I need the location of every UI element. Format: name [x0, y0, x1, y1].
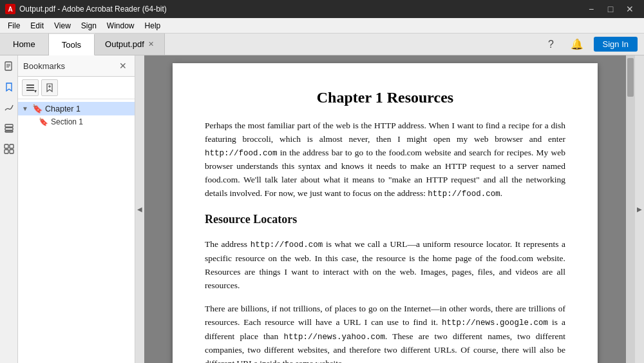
chapter1-label: Chapter 1: [45, 104, 80, 113]
tab-file-close[interactable]: ✕: [148, 40, 154, 48]
bookmarks-add-button[interactable]: [41, 79, 58, 96]
tab-tools[interactable]: Tools: [49, 34, 95, 55]
sidebar-icons: [0, 55, 18, 363]
minimize-button[interactable]: −: [582, 0, 600, 18]
sidebar-more-button[interactable]: [1, 141, 17, 157]
close-button[interactable]: ✕: [621, 0, 639, 18]
sidebar-bookmarks-button[interactable]: [1, 79, 17, 95]
title-bar-text: Output.pdf - Adobe Acrobat Reader (64-bi…: [19, 5, 582, 14]
svg-rect-12: [26, 87, 34, 88]
para1-text1: Perhaps the most familiar part of the we…: [205, 121, 565, 144]
para1-url2: http://food.com: [428, 190, 500, 199]
bookmarks-list: ▼ 🔖 Chapter 1 🔖 Section 1: [18, 99, 135, 363]
section1-icon: 🔖: [39, 117, 48, 126]
svg-rect-6: [5, 131, 13, 132]
maximize-button[interactable]: □: [601, 0, 620, 18]
chapter-title: Chapter 1 Resources: [205, 89, 565, 106]
section1-label: Section 1: [51, 117, 83, 126]
tab-file-label: Output.pdf: [105, 39, 144, 49]
para1-url1: http://food.com: [205, 149, 278, 158]
sidebar-pages-button[interactable]: [1, 58, 17, 75]
chapter1-chevron: ▼: [22, 105, 31, 112]
paragraph-3: There are billions, if not trillions, of…: [205, 302, 565, 363]
collapse-left-button[interactable]: ◀: [135, 55, 144, 363]
scrollbar-thumb[interactable]: [627, 58, 634, 97]
pdf-page: Chapter 1 Resources Perhaps the most fam…: [173, 63, 598, 363]
svg-rect-5: [5, 128, 13, 130]
pdf-body: Perhaps the most familiar part of the we…: [205, 119, 565, 363]
app-icon: A: [5, 4, 15, 14]
svg-rect-13: [26, 90, 34, 91]
paragraph-2: The address http://food.com is what we c…: [205, 238, 565, 292]
svg-rect-11: [26, 84, 34, 86]
title-bar-controls: − □ ✕: [582, 0, 639, 18]
para3-url1: http://news.google.com: [442, 319, 548, 328]
tab-bar-right: ? 🔔 Sign In: [165, 34, 644, 55]
bookmark-chapter1[interactable]: ▼ 🔖 Chapter 1: [18, 102, 135, 115]
tab-home[interactable]: Home: [0, 34, 49, 55]
main-layout: Bookmarks ✕ ▾ ▼ 🔖 Chapter 1 🔖 Section 1: [0, 55, 644, 363]
svg-rect-9: [5, 150, 8, 153]
bookmarks-header: Bookmarks ✕: [18, 55, 135, 77]
bookmark-section1[interactable]: 🔖 Section 1: [18, 115, 135, 128]
collapse-right-button[interactable]: ▶: [635, 55, 644, 363]
para1-end: .: [500, 188, 502, 198]
tab-file[interactable]: Output.pdf ✕: [95, 34, 165, 55]
bookmarks-title: Bookmarks: [23, 61, 117, 71]
menu-window[interactable]: Window: [102, 20, 140, 32]
svg-rect-7: [5, 144, 8, 148]
paragraph-1: Perhaps the most familiar part of the we…: [205, 119, 565, 201]
content-area: Chapter 1 Resources Perhaps the most fam…: [144, 55, 635, 363]
para2-start: The address: [205, 239, 251, 249]
svg-rect-10: [10, 150, 14, 153]
bookmarks-toolbar: ▾: [18, 77, 135, 99]
section-title: Resource Locators: [205, 211, 565, 229]
sidebar-signatures-button[interactable]: [1, 99, 17, 116]
menu-view[interactable]: View: [49, 20, 76, 32]
menu-bar: File Edit View Sign Window Help: [0, 18, 644, 34]
notifications-button[interactable]: 🔔: [568, 35, 586, 54]
bookmarks-view-options-button[interactable]: ▾: [22, 79, 39, 96]
title-bar: A Output.pdf - Adobe Acrobat Reader (64-…: [0, 0, 644, 18]
menu-edit[interactable]: Edit: [25, 20, 49, 32]
scrollbar[interactable]: [626, 55, 635, 363]
bookmarks-panel: Bookmarks ✕ ▾ ▼ 🔖 Chapter 1 🔖 Section 1: [18, 55, 135, 363]
help-button[interactable]: ?: [542, 35, 560, 54]
para3-url2: http://news.yahoo.com: [284, 333, 386, 342]
menu-help[interactable]: Help: [140, 20, 166, 32]
svg-rect-4: [5, 124, 13, 127]
tab-bar: Home Tools Output.pdf ✕ ? 🔔 Sign In: [0, 34, 644, 55]
sign-in-button[interactable]: Sign In: [594, 37, 638, 52]
sidebar-layers-button[interactable]: [1, 120, 17, 137]
menu-file[interactable]: File: [3, 20, 25, 32]
chapter1-icon: 🔖: [32, 104, 43, 113]
svg-rect-8: [10, 144, 14, 148]
para2-url: http://food.com: [251, 240, 323, 250]
menu-sign[interactable]: Sign: [76, 20, 102, 32]
bookmarks-close-button[interactable]: ✕: [117, 59, 129, 72]
